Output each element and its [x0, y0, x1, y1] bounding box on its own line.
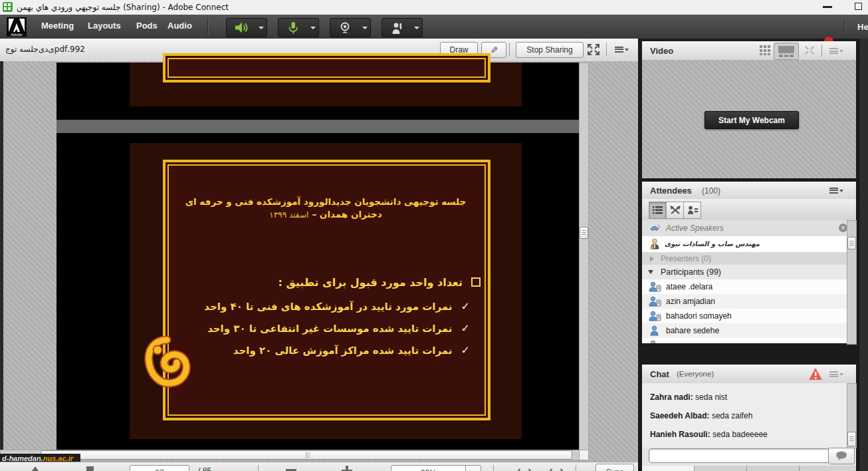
maximize-button[interactable]: [855, 3, 862, 10]
attendees-scrollbar[interactable]: [847, 220, 857, 345]
chat-tab[interactable]: [747, 466, 800, 471]
expanded-arrow-icon: [648, 270, 653, 274]
adobe-connect-app-icon: [3, 2, 13, 12]
window-title: جلسه توجيهي ورودي هاي بهمن (Sharing) - A…: [17, 3, 229, 12]
participant-row[interactable]: ataee .delara: [642, 279, 847, 295]
zoom-level-caret[interactable]: [465, 465, 481, 471]
minimize-button[interactable]: [823, 6, 832, 8]
pod-menu-icon: [615, 47, 623, 53]
attendee-list-view-button[interactable]: [649, 202, 667, 219]
webcam-button[interactable]: [330, 18, 360, 37]
chat-message: Saeedeh Albad: seda zaifeh: [650, 411, 752, 420]
pod-menu-icon: [829, 188, 838, 194]
chat-tab[interactable]: [695, 466, 747, 471]
menu-layouts[interactable]: Layouts: [88, 21, 121, 31]
menu-bar: Adobe Meeting Layouts Pods Audio: [0, 15, 868, 39]
grid-view-button[interactable]: [759, 45, 771, 59]
chat-pod-header: Chat (Everyone): [642, 365, 856, 384]
attendees-count: (100): [702, 186, 720, 196]
menu-audio[interactable]: Audio: [167, 21, 192, 31]
attendees-scroll-thumb[interactable]: [847, 237, 856, 249]
chat-pod-title: Chat: [650, 369, 669, 379]
vertical-scroll-thumb[interactable]: [580, 227, 588, 239]
participant-name: ataee .delara: [666, 282, 712, 291]
zoom-level-select[interactable]: 99%: [391, 465, 467, 471]
chat-send-button[interactable]: [828, 448, 855, 464]
fullscreen-button[interactable]: [588, 44, 599, 58]
video-pod-body: Start My Webcam: [642, 60, 856, 178]
chat-tab-everyone[interactable]: [642, 466, 695, 471]
microphone-dropdown[interactable]: [307, 18, 319, 37]
filmstrip-view-icon: [778, 45, 795, 57]
horizontal-scroll-thumb[interactable]: [41, 450, 572, 460]
attendee-status-view-button[interactable]: [683, 202, 701, 219]
chat-pod-menu-button[interactable]: [829, 371, 843, 377]
page-number-input[interactable]: 37: [130, 465, 189, 471]
status-dropdown[interactable]: [411, 18, 423, 37]
previous-slide-partial: [130, 63, 522, 106]
sync-button[interactable]: Sync: [596, 464, 634, 471]
participant-device-icon: [649, 311, 661, 321]
breakout-icon: [670, 206, 681, 215]
check-marker: ✓: [461, 300, 470, 313]
slide-title-main: جلسه توجیهی دانشجویان جدیدالورود آموزشکد…: [185, 196, 467, 220]
chat-scrollbar[interactable]: [847, 383, 857, 448]
video-fullscreen-icon: [804, 45, 815, 55]
document-horizontal-scrollbar[interactable]: [0, 450, 580, 460]
check-marker: ✓: [461, 344, 470, 357]
document-viewport[interactable]: جلسه توجیهی دانشجویان جدیدالورود آموزشکد…: [56, 63, 579, 450]
start-webcam-button[interactable]: Start My Webcam: [705, 111, 799, 129]
pod-menu-icon: [829, 48, 838, 54]
dismiss-active-speakers-icon[interactable]: ×: [839, 224, 847, 232]
page-up-button[interactable]: [30, 466, 41, 471]
page-down-button[interactable]: [86, 466, 94, 471]
stop-sharing-button[interactable]: Stop Sharing: [516, 42, 584, 58]
document-vertical-scrollbar[interactable]: [579, 63, 589, 451]
chat-input[interactable]: [649, 448, 829, 463]
menu-help[interactable]: Help: [857, 22, 868, 32]
presenters-group-row[interactable]: Presenters (0): [642, 252, 847, 265]
attendees-pod-menu-button[interactable]: [829, 188, 843, 194]
video-fullscreen-button[interactable]: [804, 45, 815, 58]
raise-hand-icon: [390, 21, 403, 35]
list-view-icon: [653, 206, 663, 215]
chat-warning-icon[interactable]: [808, 367, 823, 383]
active-speaker-name: مهندس صاب و السادات نبوی: [665, 240, 760, 247]
presenters-group-label: Presenters (0): [661, 254, 711, 263]
menu-pods[interactable]: Pods: [136, 21, 158, 31]
microphone-button[interactable]: [278, 18, 308, 37]
participant-row[interactable]: azin amjadian: [642, 294, 847, 309]
share-pod-menu-button[interactable]: [615, 47, 629, 53]
breakout-view-button[interactable]: [666, 202, 684, 219]
participant-name: bahare sedehe: [666, 326, 719, 335]
menubar-separator-right: [844, 19, 845, 35]
person-list-icon: [687, 206, 698, 215]
active-speaker-phone-icon: [649, 223, 661, 234]
active-speakers-row: Active Speakers ×: [642, 220, 847, 237]
shared-document-title: 992.pdfی‌دی‌جلسه توج: [5, 45, 85, 54]
chat-scope-label: (Everyone): [677, 370, 714, 378]
participants-group-row[interactable]: Participants (99): [642, 265, 847, 280]
speaker-button[interactable]: [226, 18, 257, 37]
rotate-left-icon[interactable]: [517, 466, 532, 471]
menu-meeting[interactable]: Meeting: [41, 21, 74, 31]
participant-row[interactable]: bahare sedehe: [642, 323, 847, 339]
filmstrip-view-button[interactable]: [774, 43, 799, 60]
speaker-icon: [234, 21, 249, 34]
check-marker: ✓: [461, 322, 470, 335]
participant-row-partial: [642, 338, 847, 343]
video-pod-header: Video: [642, 41, 856, 61]
zoom-in-button[interactable]: [342, 466, 352, 471]
participant-row[interactable]: bahadori somayeh: [642, 309, 847, 324]
speaker-dropdown[interactable]: [255, 18, 267, 37]
participants-group-label: Participants (99): [661, 267, 721, 277]
slide-heading: تعداد واحد مورد قبول برای تطبیق :: [278, 276, 462, 289]
video-pod-menu-button[interactable]: [829, 48, 843, 54]
status-button[interactable]: [381, 18, 412, 37]
webcam-dropdown[interactable]: [359, 18, 371, 37]
university-logo: [143, 336, 191, 391]
active-speaker-item[interactable]: مهندس صاب و السادات نبوی: [642, 236, 847, 253]
attendees-pod-header: Attendees (100): [642, 182, 856, 200]
rotate-right-icon[interactable]: [549, 466, 564, 471]
chat-scroll-thumb[interactable]: [847, 432, 856, 446]
